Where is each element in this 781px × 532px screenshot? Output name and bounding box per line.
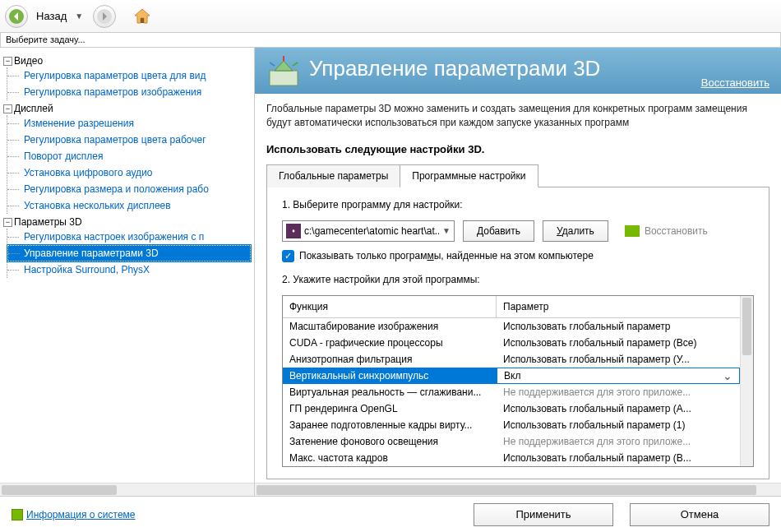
content-pane: Управление параметрами 3D Восстановить Г… [255, 48, 781, 496]
tree-item[interactable]: Установка нескольких дисплеев [7, 197, 251, 214]
program-select-value: c:\gamecenter\atomic heart\at... [304, 225, 439, 237]
content-scrollbar[interactable] [255, 483, 781, 496]
back-button[interactable] [5, 5, 28, 28]
table-row[interactable]: Макс. частота кадровИспользовать глобаль… [283, 450, 740, 466]
svg-line-5 [270, 62, 275, 66]
col-param[interactable]: Параметр [497, 296, 740, 317]
cancel-button[interactable]: Отмена [630, 503, 769, 526]
toolbar: Назад ▼ [0, 0, 781, 33]
sidebar: −ВидеоРегулировка параметров цвета для в… [0, 48, 255, 496]
tree-group-header[interactable]: −Дисплей [3, 102, 251, 115]
table-row[interactable]: Вертикальный синхроимпульсВкл [283, 368, 740, 384]
banner-restore-link[interactable]: Восстановить [701, 76, 769, 89]
cell-param: Использовать глобальный параметр (Все) [497, 337, 740, 349]
table-row[interactable]: Анизотропная фильтрацияИспользовать глоб… [283, 351, 740, 368]
banner: Управление параметрами 3D Восстановить [255, 48, 781, 94]
program-select[interactable]: ♦ c:\gamecenter\atomic heart\at... ▼ [282, 220, 455, 242]
restore-program-label: Восстановить [645, 225, 708, 237]
back-label: Назад [36, 10, 67, 22]
table-row[interactable]: ГП рендеринга OpenGLИспользовать глобаль… [283, 400, 740, 417]
system-info-link[interactable]: Информация о системе [12, 509, 135, 520]
tree-toggle-icon[interactable]: − [3, 104, 12, 113]
sidebar-scrollbar[interactable] [0, 483, 254, 496]
cell-function: Анизотропная фильтрация [283, 354, 497, 365]
cell-function: Затенение фонового освещения [283, 436, 497, 447]
show-only-found-checkbox[interactable]: ✓ [282, 250, 294, 262]
cell-function: ГП рендеринга OpenGL [283, 403, 497, 414]
step1-label: 1. Выберите программу для настройки: [282, 199, 754, 210]
cell-function: CUDA - графические процессоры [283, 337, 497, 349]
tree-item[interactable]: Регулировка размера и положения рабо [7, 181, 251, 197]
tree-item[interactable]: Управление параметрами 3D [7, 245, 251, 261]
tree-group-title: Дисплей [14, 103, 53, 114]
cell-function: Вертикальный синхроимпульс [283, 370, 497, 382]
section-title: Использовать следующие настройки 3D. [255, 136, 781, 164]
tab-body: 1. Выберите программу для настройки: ♦ c… [266, 187, 769, 479]
show-only-found-label: Показывать только программы, найденные н… [299, 250, 594, 261]
tree-item[interactable]: Регулировка параметров цвета рабочег [7, 132, 251, 148]
cell-function: Макс. частота кадров [283, 452, 497, 464]
table-row[interactable]: Масштабирование изображенияИспользовать … [283, 318, 740, 335]
banner-title: Управление параметрами 3D [309, 56, 600, 81]
svg-rect-2 [141, 18, 144, 23]
footer: Информация о системе Применить Отмена [0, 496, 781, 532]
tree-item[interactable]: Установка цифрового аудио [7, 164, 251, 181]
tab-program[interactable]: Программные настройки [400, 164, 538, 187]
cell-param: Не поддерживается для этого приложе... [497, 436, 740, 447]
task-prompt: Выберите задачу... [0, 33, 781, 48]
cell-function: Виртуальная реальность — сглаживани... [283, 386, 497, 398]
cell-param: Использовать глобальный параметр (А... [497, 403, 740, 414]
svg-rect-3 [270, 71, 298, 86]
tree-group-title: Видео [14, 55, 43, 67]
tree-item[interactable]: Поворот дисплея [7, 148, 251, 164]
tree-toggle-icon[interactable]: − [3, 57, 12, 66]
forward-button[interactable] [93, 5, 116, 28]
tree-item[interactable]: Изменение разрешения [7, 115, 251, 132]
settings-table: Функция Параметр Масштабирование изображ… [282, 295, 754, 467]
tree-item[interactable]: Настройка Surround, PhysX [7, 261, 251, 278]
table-row[interactable]: Затенение фонового освещенияНе поддержив… [283, 433, 740, 450]
col-function[interactable]: Функция [283, 296, 497, 317]
cell-param: Использовать глобальный параметр (У... [497, 354, 740, 365]
tab-global[interactable]: Глобальные параметры [266, 164, 400, 187]
remove-button[interactable]: Удалить [543, 220, 608, 242]
cell-param[interactable]: Вкл [497, 368, 740, 384]
tree-item[interactable]: Регулировка настроек изображения с п [7, 229, 251, 245]
apply-button[interactable]: Применить [474, 503, 613, 526]
cell-function: Масштабирование изображения [283, 321, 497, 332]
nvidia-small-icon [12, 509, 23, 520]
cell-function: Заранее подготовленные кадры вирту... [283, 419, 497, 431]
tabs: Глобальные параметры Программные настрой… [266, 164, 769, 187]
restore-program: Восстановить [625, 225, 708, 237]
add-button[interactable]: Добавить [463, 220, 534, 242]
cell-param: Не поддерживается для этого приложе... [497, 386, 740, 398]
cell-param: Использовать глобальный параметр (В... [497, 452, 740, 464]
svg-line-6 [293, 62, 298, 66]
home-button[interactable] [131, 5, 154, 28]
table-row[interactable]: Виртуальная реальность — сглаживани...Не… [283, 384, 740, 400]
banner-icon [266, 54, 301, 89]
chevron-down-icon: ▼ [439, 226, 454, 235]
tree-group-header[interactable]: −Параметры 3D [3, 215, 251, 229]
step2-label: 2. Укажите настройки для этой программы: [282, 274, 754, 285]
cell-param: Использовать глобальный параметр (1) [497, 419, 740, 431]
table-scrollbar[interactable] [740, 296, 753, 466]
back-dropdown-icon[interactable]: ▼ [75, 12, 83, 21]
tree-toggle-icon[interactable]: − [3, 218, 12, 227]
cell-param: Использовать глобальный параметр [497, 321, 740, 332]
nvidia-icon [625, 225, 640, 237]
tree-group-header[interactable]: −Видео [3, 54, 251, 67]
table-row[interactable]: CUDA - графические процессорыИспользоват… [283, 335, 740, 351]
tree-item[interactable]: Регулировка параметров цвета для вид [7, 67, 251, 84]
tree-group-title: Параметры 3D [14, 216, 82, 228]
tree-item[interactable]: Регулировка параметров изображения [7, 84, 251, 100]
program-icon: ♦ [286, 224, 301, 238]
description-text: Глобальные параметры 3D можно заменить и… [255, 94, 781, 136]
table-row[interactable]: Заранее подготовленные кадры вирту...Исп… [283, 417, 740, 433]
